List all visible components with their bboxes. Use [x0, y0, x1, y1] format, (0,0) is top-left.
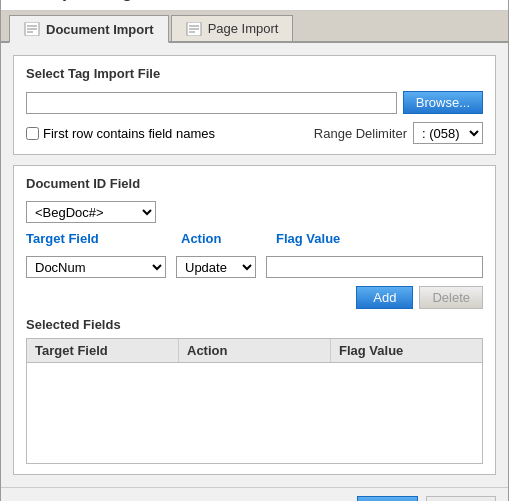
- delimiter-select[interactable]: : (058): [413, 122, 483, 144]
- flag-value-header: Flag Value: [276, 231, 483, 246]
- action-select[interactable]: Update: [176, 256, 256, 278]
- flag-value-input[interactable]: [266, 256, 483, 278]
- app-icon: [11, 0, 33, 2]
- options-row: First row contains field names Range Del…: [26, 122, 483, 144]
- tab-page-import[interactable]: Page Import: [171, 15, 294, 41]
- doc-id-section-label: Document ID Field: [26, 176, 483, 191]
- action-header: Action: [181, 231, 276, 246]
- import-tag-list-dialog: Import Tag List Document Import: [0, 0, 509, 501]
- table-header: Target Field Action Flag Value: [27, 339, 482, 363]
- ok-button[interactable]: OK: [357, 496, 418, 501]
- browse-button[interactable]: Browse...: [403, 91, 483, 114]
- cancel-button[interactable]: Cancel: [426, 496, 496, 501]
- dialog-title: Import Tag List: [41, 0, 170, 2]
- page-icon: [186, 22, 202, 36]
- add-delete-row: Add Delete: [26, 286, 483, 309]
- first-row-label: First row contains field names: [43, 126, 215, 141]
- target-field-header: Target Field: [26, 231, 181, 246]
- delimiter-row: Range Delimiter : (058): [314, 122, 483, 144]
- doc-id-field-row: <BegDoc#>: [26, 201, 483, 223]
- file-input-row: Browse...: [26, 91, 483, 114]
- table-body: [27, 363, 482, 463]
- table-col-target: Target Field: [27, 339, 179, 362]
- table-col-action: Action: [179, 339, 331, 362]
- document-icon: [24, 22, 40, 36]
- tab-document-import-label: Document Import: [46, 22, 154, 37]
- first-row-checkbox-row: First row contains field names: [26, 126, 215, 141]
- delete-button[interactable]: Delete: [419, 286, 483, 309]
- file-path-input[interactable]: [26, 92, 397, 114]
- delimiter-label: Range Delimiter: [314, 126, 407, 141]
- title-bar: Import Tag List: [1, 0, 508, 11]
- doc-id-select[interactable]: <BegDoc#>: [26, 201, 156, 223]
- first-row-checkbox[interactable]: [26, 127, 39, 140]
- tab-bar: Document Import Page Import: [1, 11, 508, 43]
- target-action-flag-row: DocNum Update: [26, 256, 483, 278]
- file-section-label: Select Tag Import File: [26, 66, 483, 81]
- tab-document-import[interactable]: Document Import: [9, 15, 169, 43]
- file-section: Select Tag Import File Browse... First r…: [13, 55, 496, 155]
- table-col-flag: Flag Value: [331, 339, 482, 362]
- selected-fields-table: Target Field Action Flag Value: [26, 338, 483, 464]
- add-button[interactable]: Add: [356, 286, 413, 309]
- document-id-section: Document ID Field <BegDoc#> Target Field…: [13, 165, 496, 475]
- main-content: Select Tag Import File Browse... First r…: [1, 43, 508, 487]
- selected-fields-section: Selected Fields Target Field Action Flag…: [26, 317, 483, 464]
- selected-fields-label: Selected Fields: [26, 317, 483, 332]
- column-headers: Target Field Action Flag Value: [26, 231, 483, 246]
- tab-page-import-label: Page Import: [208, 21, 279, 36]
- footer: OK Cancel: [1, 487, 508, 501]
- target-field-select[interactable]: DocNum: [26, 256, 166, 278]
